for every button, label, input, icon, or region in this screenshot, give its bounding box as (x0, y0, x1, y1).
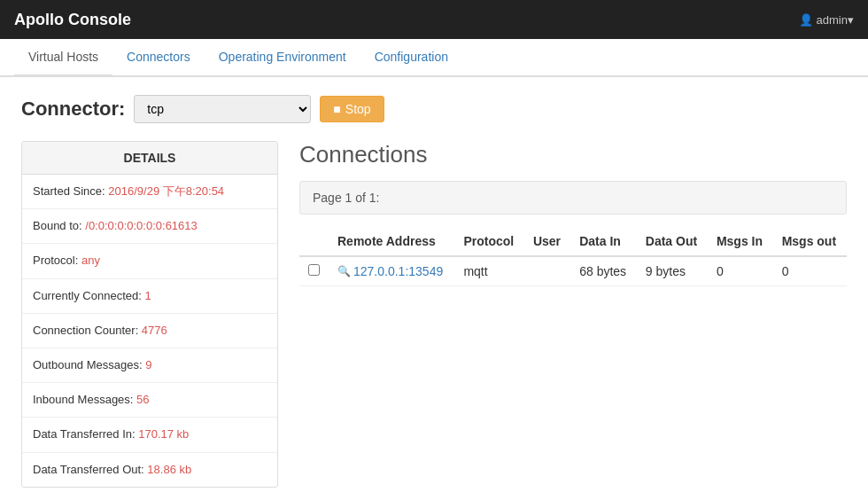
main-content: Connector: tcp ssl ws ■ Stop DETAILS Sta… (0, 77, 868, 500)
row-data-out: 9 bytes (637, 256, 708, 286)
navbar: Apollo Console admin▾ (0, 0, 868, 39)
connections-title: Connections (299, 141, 847, 168)
connector-label: Connector: (21, 98, 125, 121)
detail-key-outbound: Outbound Messages: (33, 358, 145, 371)
row-msgs-out: 0 (773, 256, 847, 286)
detail-key-data-out: Data Transferred Out: (33, 463, 147, 476)
link-icon: 🔍 (337, 265, 351, 277)
detail-row-bound: Bound to: /0:0:0:0:0:0:0:0:61613 (22, 209, 277, 244)
tab-connectors[interactable]: Connectors (112, 39, 205, 77)
table-row: 🔍 127.0.0.1:13549 mqtt 68 bytes 9 bytes … (299, 256, 847, 286)
col-header-protocol: Protocol (454, 227, 524, 256)
stop-icon: ■ (333, 102, 340, 116)
user-menu[interactable]: admin▾ (799, 13, 854, 27)
col-header-msgs-in: Msgs In (708, 227, 773, 256)
col-header-remote-address: Remote Address (329, 227, 454, 256)
detail-val-connected: 1 (144, 289, 151, 302)
details-header: DETAILS (22, 142, 277, 175)
detail-row-outbound: Outbound Messages: 9 (22, 348, 277, 383)
remote-address-link[interactable]: 🔍 127.0.0.1:13549 (337, 264, 446, 278)
detail-val-data-out: 18.86 kb (147, 463, 191, 476)
table-header-row: Remote Address Protocol User Data In Dat… (299, 227, 847, 256)
connector-select[interactable]: tcp ssl ws (134, 95, 311, 123)
detail-val-started: 2016/9/29 下午8:20:54 (108, 184, 224, 198)
detail-key-bound: Bound to: (33, 219, 85, 232)
detail-val-protocol: any (81, 254, 100, 267)
detail-key-protocol: Protocol: (33, 254, 81, 267)
user-label: admin (817, 13, 848, 27)
col-header-data-in: Data In (570, 227, 637, 256)
tab-configuration[interactable]: Configuration (360, 39, 462, 77)
detail-row-data-out: Data Transferred Out: 18.86 kb (22, 453, 277, 487)
stop-button[interactable]: ■ Stop (320, 96, 384, 122)
col-header-data-out: Data Out (637, 227, 708, 256)
stop-label: Stop (345, 102, 371, 116)
row-protocol: mqtt (454, 256, 524, 286)
connections-table: Remote Address Protocol User Data In Dat… (299, 227, 847, 286)
col-header-user: User (524, 227, 570, 256)
col-header-checkbox (299, 227, 329, 256)
row-checkbox-cell[interactable] (299, 256, 329, 286)
detail-val-outbound: 9 (145, 358, 151, 371)
page-info: Page 1 of 1: (299, 181, 847, 215)
detail-key-started: Started Since: (33, 184, 108, 198)
remote-address-value: 127.0.0.1:13549 (353, 264, 443, 278)
detail-key-counter: Connection Counter: (33, 324, 142, 337)
detail-key-inbound: Inbound Messages: (33, 393, 136, 406)
detail-val-data-in: 170.17 kb (138, 427, 189, 441)
detail-val-counter: 4776 (142, 324, 167, 337)
content-area: DETAILS Started Since: 2016/9/29 下午8:20:… (21, 141, 847, 488)
detail-row-started: Started Since: 2016/9/29 下午8:20:54 (22, 175, 277, 209)
row-checkbox[interactable] (308, 264, 320, 276)
detail-row-counter: Connection Counter: 4776 (22, 314, 277, 348)
detail-row-inbound: Inbound Messages: 56 (22, 383, 277, 418)
detail-key-connected: Currently Connected: (33, 289, 144, 302)
detail-row-protocol: Protocol: any (22, 244, 277, 278)
col-header-msgs-out: Msgs out (773, 227, 847, 256)
app-title: Apollo Console (14, 11, 131, 29)
details-panel: DETAILS Started Since: 2016/9/29 下午8:20:… (21, 141, 278, 488)
detail-val-inbound: 56 (136, 393, 149, 406)
connections-panel: Connections Page 1 of 1: Remote Address … (299, 141, 847, 488)
row-user (524, 256, 570, 286)
detail-row-data-in: Data Transferred In: 170.17 kb (22, 418, 277, 452)
row-remote-address: 🔍 127.0.0.1:13549 (329, 256, 454, 286)
detail-row-connected: Currently Connected: 1 (22, 279, 277, 314)
tab-operating-environment[interactable]: Operating Environment (205, 39, 360, 77)
tab-virtual-hosts[interactable]: Virtual Hosts (14, 39, 112, 77)
detail-val-bound: /0:0:0:0:0:0:0:0:61613 (85, 219, 198, 232)
row-msgs-in: 0 (708, 256, 773, 286)
tab-bar: Virtual Hosts Connectors Operating Envir… (0, 39, 868, 77)
detail-key-data-in: Data Transferred In: (33, 427, 138, 441)
connector-row: Connector: tcp ssl ws ■ Stop (21, 95, 847, 123)
row-data-in: 68 bytes (570, 256, 637, 286)
